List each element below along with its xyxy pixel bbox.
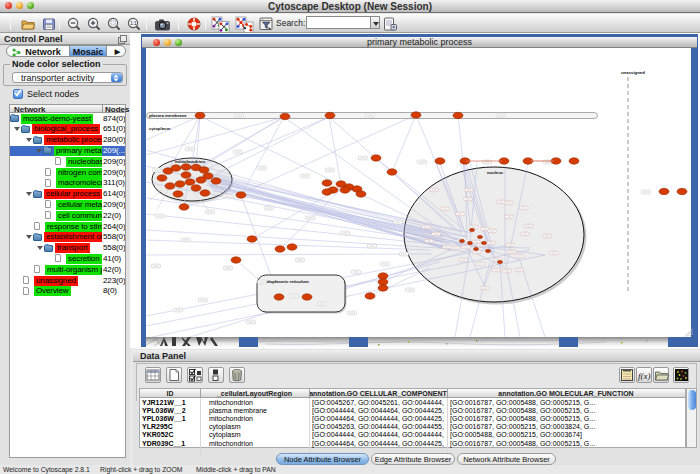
- svg-text:endoplasmic reticulum: endoplasmic reticulum: [262, 279, 309, 284]
- svg-text:cytoplasm: cytoplasm: [149, 126, 170, 131]
- svg-text:mitochondrion: mitochondrion: [175, 159, 205, 164]
- svg-text:f(x): f(x): [638, 371, 651, 381]
- svg-text:nucleus: nucleus: [487, 170, 504, 175]
- svg-text:plasma membrane: plasma membrane: [149, 113, 187, 118]
- svg-text:unassigned: unassigned: [621, 70, 645, 75]
- svg-text:1:1: 1:1: [130, 21, 137, 26]
